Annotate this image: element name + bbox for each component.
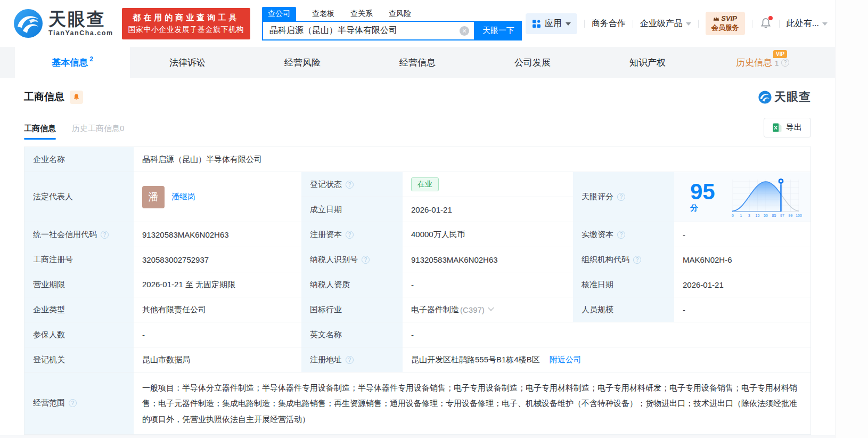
help-icon[interactable] — [617, 231, 625, 239]
credit-code-label-text: 统一社会信用代码 — [33, 230, 97, 240]
tianyancha-logo[interactable]: 天眼查 TianYanCha.com — [13, 9, 113, 38]
tab-legal-litigation[interactable]: 法律诉讼 — [130, 47, 245, 78]
reg-status-label-text: 登记状态 — [310, 180, 342, 190]
vip-badge: VIP — [773, 50, 787, 58]
english-name-value: - — [403, 322, 810, 347]
chart-tick: 97 — [780, 214, 784, 217]
search-row: 天眼一下 — [262, 21, 522, 40]
tab-basic-info-count: 2 — [89, 55, 93, 63]
help-icon[interactable] — [633, 256, 641, 264]
help-icon[interactable] — [101, 231, 109, 239]
help-icon[interactable] — [346, 181, 354, 189]
clear-search-icon[interactable] — [460, 26, 469, 36]
bell-icon — [72, 93, 80, 101]
tianyancha-watermark: 天眼查 — [758, 89, 811, 105]
help-icon[interactable] — [346, 231, 354, 239]
taxpayer-id-label-text: 纳税人识别号 — [310, 255, 358, 265]
search-tab-relation[interactable]: 查关系 — [350, 9, 373, 21]
help-icon[interactable] — [617, 193, 625, 201]
chart-tick: 3 — [748, 214, 750, 217]
subtab-business-info[interactable]: 工商信息 — [24, 124, 56, 140]
tab-company-development[interactable]: 公司发展 — [475, 47, 590, 78]
enterprise-products-label: 企业级产品 — [640, 18, 683, 29]
reg-capital-label-text: 注册资本 — [310, 230, 342, 240]
search-input[interactable] — [263, 26, 456, 36]
subtab-history-business-info[interactable]: 历史工商信息0 — [72, 124, 124, 140]
apps-menu[interactable]: 应用 — [526, 13, 577, 34]
search-tab-boss[interactable]: 查老板 — [312, 9, 334, 21]
reg-status-value: 在业 — [403, 172, 573, 197]
paid-capital-value: - — [674, 222, 810, 247]
logo-title: 天眼查 — [48, 10, 113, 28]
tianyancha-watermark-icon — [758, 91, 772, 104]
english-name-label: 英文名称 — [301, 322, 403, 347]
tab-history-info-label: 历史信息 — [736, 56, 772, 69]
table-row-credit-code: 统一社会信用代码 91320583MAK6N02H63 注册资本 40000万人… — [24, 222, 810, 247]
slogan-line2: 国家中小企业发展子基金旗下机构 — [128, 25, 244, 35]
legal-rep-avatar[interactable]: 潘 — [142, 186, 165, 208]
chart-tick: 85 — [772, 214, 776, 217]
legal-rep-name-link[interactable]: 潘继岗 — [171, 192, 195, 202]
business-info-table: 企业名称 晶科启源（昆山）半导体有限公司 法定代表人 潘 潘继岗 登记状态 在业… — [24, 147, 811, 435]
tab-basic-info[interactable]: 基本信息 2 — [15, 47, 130, 78]
help-icon[interactable] — [362, 256, 370, 264]
search-tabs: 查公司 查老板 查关系 查风险 — [262, 6, 522, 21]
bottom-strip — [0, 435, 835, 438]
help-icon[interactable] — [346, 356, 354, 364]
business-term-value: 2026-01-21 至 无固定期限 — [134, 272, 301, 297]
enterprise-products-link[interactable]: 企业级产品 — [640, 18, 691, 29]
taxpayer-quality-value: - — [403, 272, 573, 297]
svip-member-button[interactable]: SVIP 会员服务 — [706, 12, 745, 35]
business-cooperation-link[interactable]: 商务合作 — [592, 18, 626, 29]
reg-address-label: 注册地址 — [301, 347, 403, 372]
reg-number-label: 工商注册号 — [24, 247, 134, 272]
chart-tick: 1 — [740, 214, 742, 217]
help-icon[interactable] — [781, 59, 789, 67]
chart-tick: 15 — [756, 214, 760, 217]
tab-operation-risk-label: 经营风险 — [284, 56, 321, 69]
score-number: 95分 — [690, 181, 721, 213]
tab-history-info-count: 1 — [775, 59, 779, 67]
export-button[interactable]: 导出 — [764, 118, 811, 137]
subscribe-bell-button[interactable] — [70, 91, 83, 104]
main-content: 工商信息 天眼查 工商信息 历史工商信息0 — [0, 89, 835, 435]
establish-date-label: 成立日期 — [301, 197, 403, 222]
table-row-insured-count: 参保人数 - 英文名称 - — [24, 322, 810, 347]
svip-label: SVIP — [721, 14, 737, 22]
org-code-value: MAK6N02H-6 — [674, 247, 810, 272]
tab-history-info[interactable]: VIP 历史信息 1 — [705, 47, 820, 78]
nearby-companies-link[interactable]: 附近公司 — [550, 355, 582, 365]
business-scope-label-text: 经营范围 — [33, 398, 65, 408]
chevron-down-icon — [822, 22, 828, 26]
notification-bell-button[interactable] — [759, 17, 772, 30]
menu-divider — [584, 20, 585, 28]
table-row-legal-rep: 法定代表人 潘 潘继岗 登记状态 在业 成立日期 2026-01-21 天眼评分 — [24, 172, 810, 222]
table-row-reg-authority: 登记机关 昆山市数据局 注册地址 昆山开发区杜鹃路555号B1栋4楼B区 附近公… — [24, 347, 810, 372]
crown-icon — [713, 16, 719, 21]
score-label: 天眼评分 — [573, 172, 674, 222]
search-tab-risk[interactable]: 查风险 — [389, 9, 411, 21]
org-code-label-text: 组织机构代码 — [582, 255, 629, 265]
approval-date-label: 核准日期 — [573, 272, 674, 297]
chart-tick: 50 — [764, 214, 768, 217]
section-title: 工商信息 — [24, 90, 64, 104]
menu-divider — [779, 20, 780, 28]
tab-operation-info[interactable]: 经营信息 — [360, 47, 475, 78]
search-button[interactable]: 天眼一下 — [475, 21, 522, 40]
right-gutter — [835, 0, 868, 438]
chevron-down-icon[interactable] — [488, 305, 494, 311]
business-scope-label: 经营范围 — [24, 372, 134, 435]
table-row-business-scope: 经营范围 一般项目：半导体分立器件制造；半导体器件专用设备制造；半导体器件专用设… — [24, 372, 810, 435]
user-account-menu[interactable]: 此处有... — [787, 18, 828, 29]
tab-operation-risk[interactable]: 经营风险 — [245, 47, 360, 78]
section-header: 工商信息 天眼查 — [24, 89, 811, 105]
reg-address-label-text: 注册地址 — [310, 355, 342, 365]
search-tab-company[interactable]: 查公司 — [262, 7, 296, 21]
tab-intellectual-property[interactable]: 知识产权 — [590, 47, 705, 78]
reg-address-text: 昆山开发区杜鹃路555号B1栋4楼B区 — [411, 355, 540, 365]
search-area: 查公司 查老板 查关系 查风险 天眼一下 — [262, 6, 522, 40]
table-row-business-term: 营业期限 2026-01-21 至 无固定期限 纳税人资质 - 核准日期 202… — [24, 272, 810, 297]
score-unit: 分 — [690, 203, 698, 212]
help-icon[interactable] — [69, 399, 77, 407]
score-value-cell: 95分 — [674, 172, 810, 222]
